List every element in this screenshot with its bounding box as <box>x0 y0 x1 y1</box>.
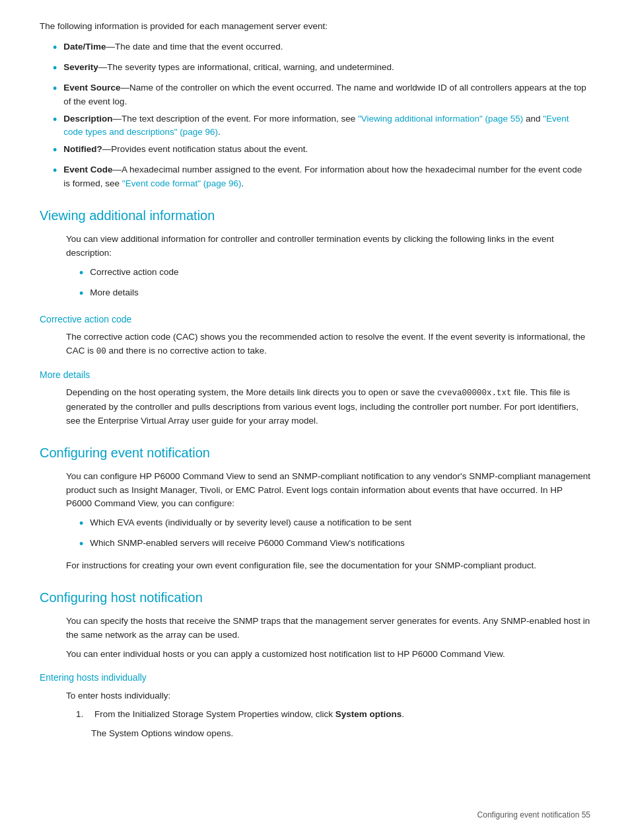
notified-content: Notified?—Provides event notification st… <box>63 143 590 157</box>
configuring-event-body1: You can configure HP P6000 Command View … <box>66 470 590 512</box>
step-1-sub: The System Options window opens. <box>91 727 590 741</box>
configuring-host-body1: You can specify the hosts that receive t… <box>66 615 590 642</box>
viewing-additional-heading: Viewing additional information <box>40 206 590 226</box>
eventcode-label: Event Code <box>63 165 112 174</box>
eventsource-label: Event Source <box>63 83 120 93</box>
bullet-dot: • <box>53 141 57 160</box>
corrective-action-heading: Corrective action code <box>40 313 590 327</box>
more-details-body1: Depending on the host operating system, … <box>66 387 437 397</box>
list-item-severity: • Severity—The severity types are inform… <box>40 61 590 78</box>
event-sub-item-1: • Which EVA events (individually or by s… <box>66 516 590 533</box>
page-footer: Configuring event notification 55 <box>477 809 590 821</box>
step-1: From the Initialized Storage System Prop… <box>76 708 590 722</box>
step-1-text: From the Initialized Storage System Prop… <box>94 708 404 722</box>
bullet-dot: • <box>53 80 57 98</box>
configuring-event-body2: For instructions for creating your own e… <box>66 559 590 573</box>
cac-code: 00 <box>96 347 106 356</box>
list-item-datetime: • Date/Time—The date and time that the e… <box>40 40 590 57</box>
more-details-body: Depending on the host operating system, … <box>66 386 590 428</box>
bullet-dot: • <box>53 59 57 78</box>
eventcode-content: Event Code—A hexadecimal number assigned… <box>63 163 590 191</box>
configuring-host-heading: Configuring host notification <box>40 588 590 608</box>
datetime-label: Date/Time <box>63 42 106 52</box>
main-bullet-list: • Date/Time—The date and time that the e… <box>40 40 590 191</box>
footer-text: Configuring event notification 55 <box>477 810 590 820</box>
bullet-dot: • <box>79 285 83 303</box>
list-item-event-code: • Event Code—A hexadecimal number assign… <box>40 163 590 191</box>
bullet-dot: • <box>79 515 83 533</box>
event-sub-item-1-label: Which EVA events (individually or by sev… <box>90 516 411 530</box>
datetime-content: Date/Time—The date and time that the eve… <box>63 40 590 54</box>
list-item-event-source: • Event Source—Name of the controller on… <box>40 81 590 109</box>
cveva-code: cveva00000x.txt <box>437 389 512 398</box>
intro-text: The following information is provided fo… <box>40 20 590 34</box>
entering-hosts-intro: To enter hosts individually: <box>66 689 590 703</box>
description-label: Description <box>63 114 112 124</box>
entering-hosts-heading: Entering hosts individually <box>40 671 590 685</box>
bullet-dot: • <box>79 535 83 554</box>
viewing-additional-link[interactable]: "Viewing additional information" (page 5… <box>358 114 523 124</box>
bullet-dot: • <box>53 39 57 57</box>
cac-body2: and there is no corrective action to tak… <box>106 346 267 356</box>
corrective-action-body: The corrective action code (CAC) shows y… <box>66 330 590 358</box>
entering-hosts-steps: From the Initialized Storage System Prop… <box>76 708 590 722</box>
configuring-host-body2: You can enter individual hosts or you ca… <box>66 648 590 662</box>
viewing-sub-list: • Corrective action code • More details <box>66 266 590 303</box>
more-details-heading: More details <box>40 368 590 383</box>
event-sub-item-2-label: Which SNMP-enabled servers will receive … <box>90 537 405 551</box>
eventsource-content: Event Source—Name of the controller on w… <box>63 81 590 109</box>
viewing-additional-body: You can view additional information for … <box>66 233 590 260</box>
bullet-dot: • <box>53 111 57 130</box>
list-item-description: • Description—The text description of th… <box>40 112 590 140</box>
description-content: Description—The text description of the … <box>63 112 590 140</box>
system-options-bold: System options <box>335 709 402 719</box>
event-sub-item-2: • Which SNMP-enabled servers will receiv… <box>66 537 590 554</box>
list-item-notified: • Notified?—Provides event notification … <box>40 143 590 160</box>
sub-list-item-more-details: • More details <box>66 286 590 303</box>
notified-label: Notified? <box>63 144 102 154</box>
cac-label: Corrective action code <box>90 266 178 280</box>
configuring-event-heading: Configuring event notification <box>40 443 590 463</box>
configuring-event-sub-list: • Which EVA events (individually or by s… <box>66 516 590 554</box>
event-code-format-link[interactable]: "Event code format" (page 96) <box>122 178 242 188</box>
severity-label: Severity <box>63 62 98 72</box>
more-details-label: More details <box>90 286 139 300</box>
sub-list-item-cac: • Corrective action code <box>66 266 590 283</box>
severity-content: Severity—The severity types are informat… <box>63 61 590 75</box>
bullet-dot: • <box>79 264 83 283</box>
bullet-dot: • <box>53 162 57 180</box>
